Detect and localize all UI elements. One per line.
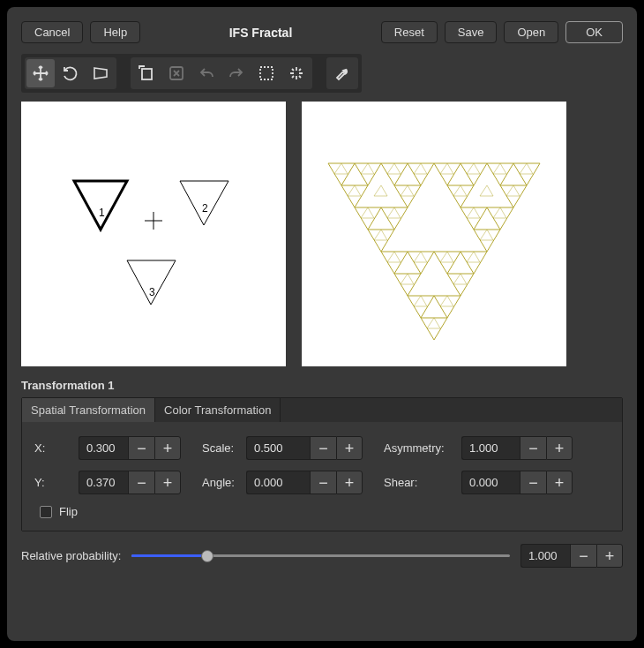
svg-marker-31 xyxy=(453,185,467,196)
svg-marker-35 xyxy=(387,207,401,218)
svg-marker-22 xyxy=(387,163,401,174)
scale-label: Scale: xyxy=(202,441,239,455)
svg-marker-20 xyxy=(334,163,348,174)
y-decrement[interactable]: − xyxy=(128,471,154,494)
x-input[interactable] xyxy=(79,436,128,460)
x-increment[interactable]: + xyxy=(154,436,181,460)
move-tool-button[interactable] xyxy=(26,59,55,87)
undo-icon xyxy=(198,64,215,82)
wrench-icon xyxy=(333,64,351,82)
preview-area: 1 2 3 xyxy=(21,102,623,366)
select-all-button[interactable] xyxy=(252,59,281,87)
asymmetry-input[interactable] xyxy=(461,436,520,460)
toolbar xyxy=(21,54,362,93)
svg-marker-38 xyxy=(374,230,387,240)
svg-marker-39 xyxy=(480,230,493,240)
svg-marker-15 xyxy=(368,207,394,230)
probability-label: Relative probability: xyxy=(21,549,121,562)
open-button[interactable]: Open xyxy=(504,21,558,43)
delete-button[interactable] xyxy=(162,59,191,87)
svg-marker-30 xyxy=(401,185,414,196)
svg-marker-14 xyxy=(500,163,527,185)
svg-marker-29 xyxy=(374,185,387,196)
dialog-title: IFS Fractal xyxy=(147,26,374,40)
svg-marker-48 xyxy=(427,318,440,328)
probability-input[interactable] xyxy=(520,544,570,568)
perspective-icon xyxy=(92,64,109,82)
svg-marker-28 xyxy=(348,185,361,196)
svg-marker-11 xyxy=(341,163,368,185)
svg-marker-36 xyxy=(467,207,480,218)
cancel-button[interactable]: Cancel xyxy=(21,21,83,43)
svg-marker-19 xyxy=(421,296,447,318)
select-all-icon xyxy=(258,64,275,82)
angle-decrement[interactable]: − xyxy=(310,471,336,494)
svg-marker-37 xyxy=(493,207,506,218)
svg-marker-34 xyxy=(361,207,374,218)
center-icon xyxy=(288,64,305,82)
scale-decrement[interactable]: − xyxy=(310,436,336,460)
result-panel xyxy=(302,102,566,366)
tab-color[interactable]: Color Transformation xyxy=(155,398,281,422)
svg-marker-43 xyxy=(467,252,480,262)
angle-input[interactable] xyxy=(246,471,310,494)
svg-marker-27 xyxy=(520,163,533,174)
shear-decrement[interactable]: − xyxy=(520,471,546,494)
y-label: Y: xyxy=(34,476,71,489)
svg-marker-41 xyxy=(414,252,427,262)
svg-marker-42 xyxy=(440,252,453,262)
scale-input[interactable] xyxy=(246,436,310,460)
svg-marker-21 xyxy=(361,163,374,174)
svg-rect-2 xyxy=(260,67,273,79)
redo-button[interactable] xyxy=(222,59,251,87)
undo-button[interactable] xyxy=(192,59,221,87)
ok-button[interactable]: OK xyxy=(565,21,623,43)
rotate-tool-button[interactable] xyxy=(56,59,85,87)
shear-label: Shear: xyxy=(384,476,454,489)
rotate-icon xyxy=(62,64,79,82)
asymmetry-label: Asymmetry: xyxy=(384,441,454,455)
asymmetry-decrement[interactable]: − xyxy=(520,436,546,460)
flip-label: Flip xyxy=(59,505,78,518)
move-icon xyxy=(32,64,49,82)
stretch-tool-button[interactable] xyxy=(86,59,115,87)
x-label: X: xyxy=(34,441,71,455)
angle-label: Angle: xyxy=(202,476,239,489)
triangle-1-label: 1 xyxy=(99,207,105,219)
y-input[interactable] xyxy=(79,471,128,494)
svg-marker-44 xyxy=(401,274,414,284)
svg-marker-18 xyxy=(447,252,474,274)
y-increment[interactable]: + xyxy=(154,471,181,494)
options-button[interactable] xyxy=(328,59,356,87)
x-decrement[interactable]: − xyxy=(128,436,154,460)
flip-checkbox[interactable] xyxy=(40,506,52,518)
svg-marker-12 xyxy=(394,163,421,185)
save-button[interactable]: Save xyxy=(445,21,498,43)
probability-increment[interactable]: + xyxy=(596,544,623,568)
new-button[interactable] xyxy=(132,59,161,87)
transformation-label: Transformation 1 xyxy=(21,379,623,392)
svg-marker-45 xyxy=(453,274,467,284)
transformation-tabs: Spatial Transformation Color Transformat… xyxy=(21,397,623,531)
scale-increment[interactable]: + xyxy=(336,436,363,460)
add-page-icon xyxy=(138,64,155,82)
help-button[interactable]: Help xyxy=(90,21,140,43)
editor-panel[interactable]: 1 2 3 xyxy=(21,102,286,366)
shear-increment[interactable]: + xyxy=(546,471,573,494)
svg-marker-26 xyxy=(493,163,506,174)
ifs-fractal-dialog: Cancel Help IFS Fractal Reset Save Open … xyxy=(7,7,637,641)
title-bar: Cancel Help IFS Fractal Reset Save Open … xyxy=(21,18,623,54)
angle-increment[interactable]: + xyxy=(336,471,363,494)
shear-input[interactable] xyxy=(461,471,520,494)
svg-marker-46 xyxy=(414,296,427,306)
tab-spatial[interactable]: Spatial Transformation xyxy=(22,398,155,422)
svg-marker-24 xyxy=(440,163,453,174)
probability-decrement[interactable]: − xyxy=(570,544,596,568)
reset-button[interactable]: Reset xyxy=(381,21,438,43)
recenter-button[interactable] xyxy=(282,59,311,87)
asymmetry-increment[interactable]: + xyxy=(546,436,573,460)
triangle-2-label: 2 xyxy=(202,202,208,215)
svg-rect-0 xyxy=(142,69,152,79)
probability-slider[interactable] xyxy=(131,547,510,565)
svg-marker-32 xyxy=(480,185,493,196)
